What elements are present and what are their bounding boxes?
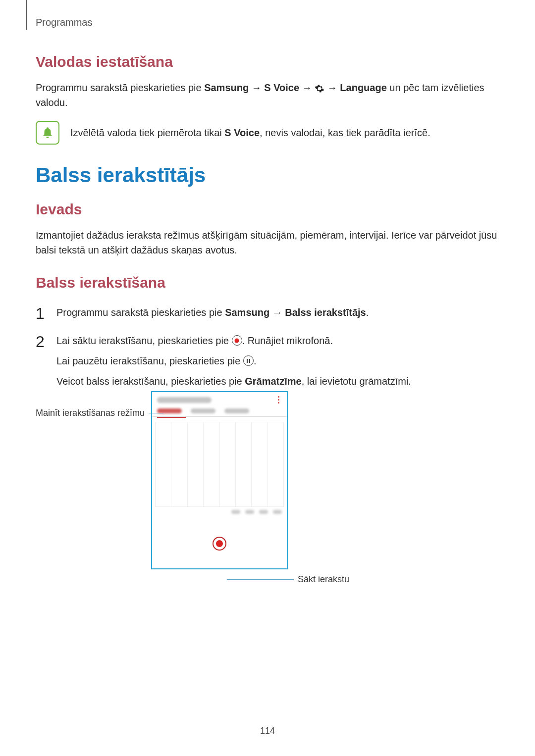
phone-frame	[151, 391, 288, 569]
phone-tabs	[152, 406, 287, 417]
step-number: 2	[36, 333, 48, 389]
arrow: →	[269, 307, 285, 318]
arrow: →	[249, 82, 264, 93]
callout-line	[227, 579, 294, 580]
text: Lai pauzētu ierakstīšanu, pieskarieties …	[56, 355, 243, 366]
phone-controls	[152, 519, 287, 568]
waveform-area	[155, 422, 284, 507]
note: Izvēlētā valoda tiek piemērota tikai S V…	[36, 121, 500, 145]
text: Programmu sarakstā pieskarieties pie	[56, 307, 225, 318]
step-2: 2 Lai sāktu ierakstīšanu, pieskarieties …	[36, 333, 500, 389]
bold-bookmark: Grāmatzīme	[245, 376, 302, 387]
step-list: 1 Programmu sarakstā pieskarieties pie S…	[36, 305, 500, 389]
more-icon[interactable]	[275, 396, 282, 403]
step-1: 1 Programmu sarakstā pieskarieties pie S…	[36, 305, 500, 322]
pause-icon	[243, 355, 254, 366]
callout-label: Sākt ierakstu	[298, 574, 349, 585]
text: , lai ievietotu grāmatzīmi.	[302, 376, 411, 387]
record-icon	[232, 335, 242, 346]
step-number: 1	[36, 305, 48, 322]
paragraph-language-setup: Programmu sarakstā pieskarieties pie Sam…	[36, 80, 500, 110]
page-number: 114	[0, 726, 535, 736]
tab-mode-3[interactable]	[224, 408, 249, 413]
heading-language-setup: Valodas iestatīšana	[36, 53, 500, 70]
text: Programmu sarakstā pieskarieties pie	[36, 82, 204, 93]
text: .	[254, 355, 257, 366]
arrow: →	[299, 82, 315, 93]
step-body: Programmu sarakstā pieskarieties pie Sam…	[56, 305, 500, 322]
bold-svoice: S Voice	[224, 127, 260, 138]
bold-samsung: Samsung	[204, 82, 249, 93]
bold-samsung: Samsung	[225, 307, 269, 318]
text: . Runājiet mikrofonā.	[242, 335, 333, 346]
record-button[interactable]	[213, 537, 226, 551]
bold-language: Language	[340, 82, 386, 93]
callout-record: Sākt ierakstu	[227, 574, 349, 585]
text: Veicot balss ierakstīšanu, pieskarieties…	[56, 376, 245, 387]
bell-icon	[36, 121, 59, 145]
section-voice-recorder: Balss ierakstītājs Ievads Izmantojiet da…	[36, 163, 500, 267]
heading-recording: Balss ierakstīšana	[36, 274, 500, 291]
timeline-marks	[152, 507, 287, 519]
app-title-blurred	[157, 397, 212, 403]
callout-mode: Mainīt ierakstīšanas režīmu	[36, 408, 163, 418]
step-body: Lai sāktu ierakstīšanu, pieskarieties pi…	[56, 333, 500, 389]
text: Lai sāktu ierakstīšanu, pieskarieties pi…	[56, 335, 232, 346]
phone-mockup	[151, 391, 288, 569]
heading-intro: Ievads	[36, 201, 500, 218]
bold-recorder: Balss ierakstītājs	[285, 307, 366, 318]
header-divider	[26, 0, 27, 30]
text: , nevis valodai, kas tiek parādīta ierīc…	[260, 127, 430, 138]
paragraph-intro: Izmantojiet dažādus ieraksta režīmus atš…	[36, 228, 500, 257]
section-language-setup: Valodas iestatīšana Programmu sarakstā p…	[36, 53, 500, 145]
text: .	[366, 307, 369, 318]
tab-mode-2[interactable]	[191, 408, 215, 413]
section-recording: Balss ierakstīšana 1 Programmu sarakstā …	[36, 274, 500, 400]
title-voice-recorder: Balss ierakstītājs	[36, 163, 500, 187]
gear-icon	[315, 83, 324, 93]
breadcrumb: Programmas	[36, 17, 92, 28]
note-text: Izvēlētā valoda tiek piemērota tikai S V…	[70, 125, 430, 140]
callout-label: Mainīt ierakstīšanas režīmu	[36, 408, 145, 418]
phone-titlebar	[152, 392, 287, 406]
callout-line	[149, 413, 163, 413]
bold-svoice: S Voice	[264, 82, 299, 93]
arrow: →	[324, 82, 340, 93]
text: Izvēlētā valoda tiek piemērota tikai	[70, 127, 224, 138]
